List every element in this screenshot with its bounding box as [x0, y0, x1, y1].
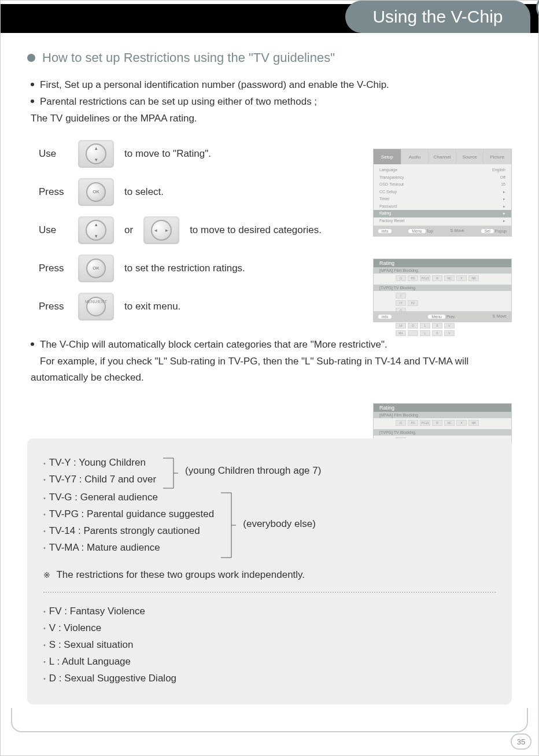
intro-line2: Parental restrictions can be set up usin…: [40, 96, 317, 107]
osd-cell: R: [432, 420, 442, 426]
osd-tab-audio: Audio: [401, 149, 429, 164]
rating-tv-ma: TV-MA : Mature audience: [49, 542, 160, 553]
osd-cell: R: [432, 275, 442, 281]
osd-rating-title: Rating: [374, 259, 511, 267]
osd-cell: PG13: [420, 275, 430, 281]
updown-button-icon: [78, 140, 114, 168]
osd-cell: V: [444, 323, 455, 329]
osd-cell: 14: [396, 323, 406, 329]
step-verb: Press: [39, 186, 68, 198]
step-tail: to set the restriction ratings.: [124, 263, 245, 274]
osd-footer-move: Move: [497, 314, 507, 318]
step-tail: to select.: [124, 186, 164, 198]
step-verb: Use: [39, 224, 68, 236]
osd-cell: NC: [444, 420, 455, 426]
osd-cell: L: [420, 323, 430, 329]
osd-row-label: Language: [379, 167, 397, 174]
osd-row-value: ▸: [503, 196, 505, 202]
osd-footer-info: info: [378, 315, 392, 319]
reference-note: ※ The restrictions for these two groups …: [43, 567, 496, 584]
osd-cell: X: [456, 275, 467, 281]
osd-cell: NR: [468, 420, 479, 426]
osd-footer-prev: Prev.: [446, 315, 456, 319]
osd-footer-popup: Popup: [495, 229, 507, 233]
mini-bullet-icon: •: [43, 641, 46, 648]
dotted-divider: [43, 592, 496, 593]
rating-group2-label: (everybody else): [243, 516, 316, 533]
mini-bullet-icon: •: [43, 608, 46, 615]
reference-mark-icon: ※: [43, 570, 50, 580]
step-tail: to exit menu.: [124, 301, 180, 312]
menu-button-icon: MENU/EXIT: [78, 293, 114, 320]
osd-row-label: CC Setup: [379, 189, 397, 196]
osd-row-label: Password: [379, 204, 397, 210]
osd-row-value: ▸: [503, 218, 505, 224]
osd-cell: PG13: [420, 420, 430, 426]
osd-tab-channel: Channel: [429, 149, 456, 164]
vchip-note: The V-Chip will automatically block cert…: [31, 337, 512, 387]
ok-button-icon: OK: [78, 255, 114, 282]
osd-row-value: ▸: [503, 211, 505, 217]
step-tail: to move to "Rating".: [124, 148, 211, 160]
osd-cell: Y: [396, 293, 406, 298]
osd-row-value: Off: [500, 175, 505, 181]
osd-footer-move: Move: [455, 228, 464, 233]
osd-tab-setup: Setup: [374, 149, 401, 164]
bracket-icon: [162, 457, 179, 492]
bullet-icon: [31, 342, 34, 346]
mini-bullet-icon: •: [43, 476, 46, 483]
osd-cell: S: [432, 323, 442, 329]
osd-cell: G: [396, 420, 406, 426]
leftright-button-icon: [143, 216, 179, 244]
osd-row-value: ▸: [503, 204, 505, 210]
osd-tvpg-label: [TVPG] TV Blocking: [374, 285, 511, 291]
mini-bullet-icon: •: [43, 528, 46, 534]
step-verb: Press: [39, 263, 68, 274]
osd-cell: G: [396, 275, 406, 281]
osd-cell: NR: [468, 275, 479, 281]
step-verb: Press: [39, 301, 68, 312]
vchip-note-line3: automatically be checked.: [31, 370, 144, 386]
osd-cell: V: [444, 330, 455, 336]
vchip-note-line1: The V-Chip will automatically block cert…: [40, 339, 387, 350]
osd-footer-info: info: [378, 229, 392, 233]
osd-footer-menu: Menu: [408, 229, 426, 233]
osd-cell: PG: [408, 420, 418, 426]
vchip-note-line2: For example, if you check "L" Sub-rating…: [40, 356, 468, 367]
header-title: Using the V-Chip: [372, 7, 503, 27]
osd-screenshot-rating: Rating [MPAA] Film Blocking G PG PG13 R …: [373, 259, 512, 322]
osd-tvpg-label: [TVPG] TV Blocking: [374, 429, 511, 436]
mini-bullet-icon: •: [43, 511, 46, 518]
rating-tv-pg: TV-PG : Parental guidance suggested: [49, 508, 214, 519]
osd-footer-top: Top: [427, 229, 433, 233]
subrating-fv: FV : Fantasy Violence: [49, 606, 145, 617]
updown-button-icon: [78, 216, 114, 244]
bullet-icon: [31, 83, 34, 86]
osd-mpaa-label: [MPAA] Film Blocking: [374, 412, 511, 418]
osd-footer: info Menu Top ⇅ Move Sel Popup: [374, 226, 511, 236]
rating-tv-y: TV-Y : Young Children: [49, 457, 146, 468]
osd-row-label: Transparency: [379, 175, 404, 181]
rating-tv-y7: TV-Y7 : Child 7 and over: [49, 474, 156, 485]
osd-cell: Y7: [396, 300, 406, 306]
subrating-d: D : Sexual Suggestive Dialog: [49, 673, 176, 684]
subrating-l: L : Adult Language: [49, 656, 131, 667]
subrating-s: S : Sexual situation: [49, 639, 134, 650]
step-mid: or: [124, 224, 133, 236]
mini-bullet-icon: •: [43, 495, 46, 501]
mini-bullet-icon: •: [43, 675, 46, 682]
osd-row-label: Factory Reset: [379, 218, 405, 224]
osd-mpaa-label: [MPAA] Film Blocking: [374, 267, 511, 274]
mini-bullet-icon: •: [43, 625, 46, 632]
osd-cell: [408, 330, 418, 336]
ratings-info-box: •TV-Y : Young Children •TV-Y7 : Child 7 …: [27, 438, 512, 704]
intro-line2b: The TV guidelines or the MPAA rating.: [31, 110, 197, 127]
ratings-note: The restrictions for these two groups wo…: [56, 569, 305, 580]
step-verb: Use: [39, 148, 68, 160]
bullet-icon: [31, 99, 34, 103]
osd-cell: D: [408, 323, 418, 329]
subrating-v: V : Violence: [49, 622, 101, 633]
header-tab: Using the V-Chip: [345, 1, 530, 33]
mini-bullet-icon: •: [43, 658, 46, 665]
osd-cell: X: [456, 420, 467, 426]
